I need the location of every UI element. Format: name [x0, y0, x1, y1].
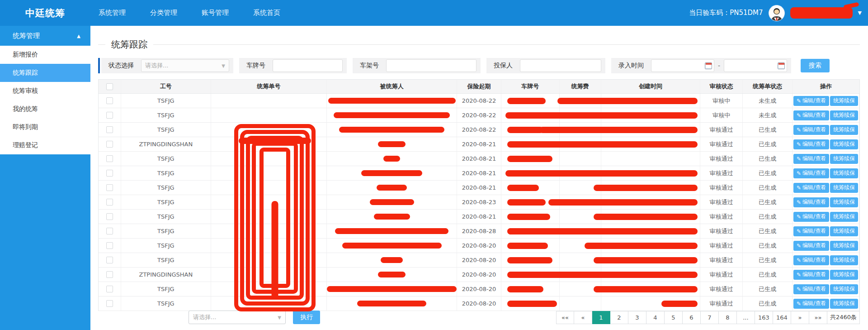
page-button-4[interactable]: 4: [646, 311, 665, 324]
renew-button[interactable]: 统筹续保: [830, 154, 858, 164]
vin-input[interactable]: [386, 59, 476, 72]
calendar-icon[interactable]: [778, 62, 785, 69]
renew-button[interactable]: 统筹续保: [830, 168, 858, 178]
edit-view-button[interactable]: ✎编辑/查看: [793, 96, 829, 106]
user-avatar-icon[interactable]: [769, 5, 785, 21]
page-button-7[interactable]: 7: [701, 311, 719, 324]
table-cell: 已生成: [743, 181, 793, 195]
user-menu-caret-icon[interactable]: ▼: [858, 10, 862, 16]
renew-button[interactable]: 统筹续保: [830, 284, 858, 294]
row-checkbox[interactable]: [106, 170, 113, 177]
calendar-icon[interactable]: [705, 62, 712, 69]
renew-button[interactable]: 统筹续保: [830, 139, 858, 149]
table-cell: TSFJG: [121, 282, 211, 296]
table-cell: 未生成: [743, 108, 793, 122]
renew-button[interactable]: 统筹续保: [830, 255, 858, 265]
row-checkbox[interactable]: [106, 242, 113, 249]
edit-view-button[interactable]: ✎编辑/查看: [793, 284, 829, 294]
renew-button[interactable]: 统筹续保: [830, 110, 858, 120]
row-checkbox[interactable]: [106, 300, 113, 307]
edit-view-button[interactable]: ✎编辑/查看: [793, 299, 829, 309]
renew-button[interactable]: 统筹续保: [830, 197, 858, 207]
execute-button[interactable]: 执行: [293, 311, 320, 324]
edit-view-button[interactable]: ✎编辑/查看: [793, 125, 829, 135]
table-cell: [327, 268, 457, 282]
edit-view-button[interactable]: ✎编辑/查看: [793, 183, 829, 193]
insured-input[interactable]: [520, 59, 601, 72]
table-cell: ✎编辑/查看统筹续保: [793, 268, 859, 282]
row-checkbox[interactable]: [106, 112, 113, 119]
table-cell: TSFJG: [121, 123, 211, 137]
sidebar-item-统筹审核[interactable]: 统筹审核: [0, 82, 90, 100]
page-button-«[interactable]: «: [574, 311, 592, 324]
table-cell: 审核中: [700, 108, 743, 122]
sidebar-item-即将到期[interactable]: 即将到期: [0, 118, 90, 136]
page-button-5[interactable]: 5: [665, 311, 683, 324]
edit-view-button[interactable]: ✎编辑/查看: [793, 226, 829, 236]
page-button-...[interactable]: ...: [737, 311, 755, 324]
select-all-checkbox[interactable]: [106, 83, 113, 90]
edit-view-label: 编辑/查看: [802, 300, 826, 307]
row-checkbox[interactable]: [106, 213, 113, 220]
edit-view-button[interactable]: ✎编辑/查看: [793, 255, 829, 265]
batch-action-select[interactable]: 请选择... ▼: [189, 311, 286, 324]
edit-view-button[interactable]: ✎编辑/查看: [793, 139, 829, 149]
row-checkbox[interactable]: [106, 271, 113, 278]
page-button-»[interactable]: »: [791, 311, 809, 324]
renew-button[interactable]: 统筹续保: [830, 183, 858, 193]
row-checkbox[interactable]: [106, 228, 113, 234]
row-checkbox[interactable]: [106, 199, 113, 206]
page-button-8[interactable]: 8: [719, 311, 737, 324]
row-checkbox[interactable]: [106, 126, 113, 133]
page-button-1[interactable]: 1: [592, 311, 610, 324]
page-button-3[interactable]: 3: [628, 311, 646, 324]
row-checkbox[interactable]: [106, 141, 113, 148]
sidebar-item-我的统筹[interactable]: 我的统筹: [0, 100, 90, 118]
page-button-»»[interactable]: »»: [809, 311, 827, 324]
sidebar-item-新增报价[interactable]: 新增报价: [0, 46, 90, 64]
renew-button[interactable]: 统筹续保: [830, 270, 858, 280]
edit-view-button[interactable]: ✎编辑/查看: [793, 110, 829, 120]
renew-button[interactable]: 统筹续保: [830, 299, 858, 309]
edit-view-button[interactable]: ✎编辑/查看: [793, 197, 829, 207]
row-checkbox[interactable]: [106, 184, 113, 191]
renew-button[interactable]: 统筹续保: [830, 226, 858, 236]
nav-item[interactable]: 系统管理: [99, 9, 126, 17]
renew-button[interactable]: 统筹续保: [830, 212, 858, 222]
redaction-bar: [507, 257, 552, 263]
sidebar-section-overall-management[interactable]: 统筹管理 ▲: [0, 26, 90, 46]
redacted-username[interactable]: [790, 7, 853, 19]
table-row: TSFJG2020-08-20审核通过已生成✎编辑/查看统筹续保: [99, 239, 859, 253]
edit-view-button[interactable]: ✎编辑/查看: [793, 241, 829, 251]
table-cell: TSFJG: [121, 94, 211, 108]
table-row: ZTPINGDINGSHAN2020-08-20审核通过已生成✎编辑/查看统筹续…: [99, 268, 859, 282]
row-checkbox[interactable]: [106, 97, 113, 104]
edit-view-button[interactable]: ✎编辑/查看: [793, 154, 829, 164]
collapse-up-icon[interactable]: ▲: [77, 33, 80, 38]
row-checkbox[interactable]: [106, 257, 113, 263]
page-button-163[interactable]: 163: [755, 311, 773, 324]
plate-input[interactable]: [273, 59, 343, 72]
row-checkbox[interactable]: [106, 286, 113, 292]
renew-button[interactable]: 统筹续保: [830, 241, 858, 251]
page-button-164[interactable]: 164: [773, 311, 791, 324]
status-select[interactable]: 请选择... ▼: [141, 59, 229, 72]
page-button-2[interactable]: 2: [610, 311, 628, 324]
table-cell: [211, 137, 327, 151]
renew-button[interactable]: 统筹续保: [830, 125, 858, 135]
page-button-6[interactable]: 6: [683, 311, 701, 324]
edit-view-button[interactable]: ✎编辑/查看: [793, 168, 829, 178]
edit-view-button[interactable]: ✎编辑/查看: [793, 270, 829, 280]
sidebar-item-统筹跟踪[interactable]: 统筹跟踪: [0, 64, 90, 82]
nav-item[interactable]: 账号管理: [202, 9, 229, 17]
page-button-««[interactable]: ««: [556, 311, 574, 324]
edit-view-label: 编辑/查看: [802, 213, 826, 220]
nav-item[interactable]: 系统首页: [253, 9, 280, 17]
edit-view-button[interactable]: ✎编辑/查看: [793, 212, 829, 222]
nav-item[interactable]: 分类管理: [150, 9, 177, 17]
renew-button[interactable]: 统筹续保: [830, 96, 858, 106]
row-checkbox[interactable]: [106, 155, 113, 162]
search-button[interactable]: 搜索: [801, 59, 830, 72]
sidebar-item-理赔登记[interactable]: 理赔登记: [0, 136, 90, 154]
redaction-bar: [585, 243, 698, 249]
